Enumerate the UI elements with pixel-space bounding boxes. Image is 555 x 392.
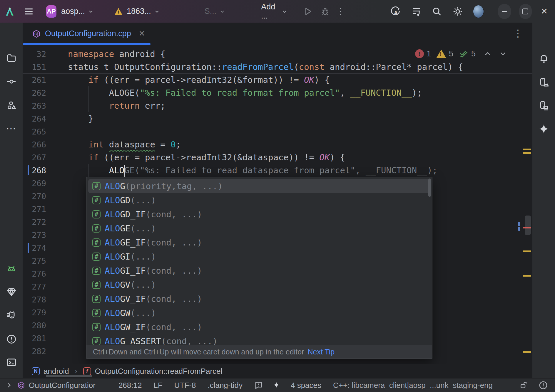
code-line[interactable]: 262 ALOGE("%s: Failed to read format fro… bbox=[23, 86, 532, 99]
warning-stripe-mark[interactable] bbox=[523, 275, 531, 277]
code-line[interactable]: 267 if ((err = parcel->readInt32(&datasp… bbox=[23, 151, 532, 164]
status-caret-position[interactable]: 268:12 bbox=[118, 381, 142, 390]
project-badge[interactable]: AP bbox=[46, 5, 56, 18]
line-number: 32 bbox=[23, 50, 46, 59]
status-analyzer[interactable]: .clang-tidy bbox=[208, 381, 243, 390]
error-stripe-mark[interactable] bbox=[523, 227, 531, 228]
tab-outputconfiguration-cpp[interactable]: C OutputConfiguration.cpp ✕ bbox=[23, 23, 153, 45]
project-name[interactable]: aosp... bbox=[61, 7, 85, 16]
app-quality-insights-tool-icon[interactable] bbox=[4, 284, 19, 300]
completion-item[interactable]: #ALOG(priority,tag, ...) bbox=[88, 179, 430, 193]
breadcrumb-function[interactable]: OutputConfiguration::readFromParcel bbox=[95, 367, 223, 376]
code-line[interactable]: 261 if ((err = parcel->readInt32(&format… bbox=[23, 73, 532, 86]
line-number: 266 bbox=[23, 140, 46, 149]
completion-item[interactable]: #ALOGW_IF(cond, ...) bbox=[88, 320, 430, 334]
task-list-icon[interactable] bbox=[411, 6, 422, 17]
more-actions-icon[interactable]: ⋮ bbox=[335, 5, 346, 18]
completion-item[interactable]: #ALOGE(...) bbox=[88, 221, 430, 235]
status-line-ending[interactable]: LF bbox=[153, 381, 162, 390]
warning-stripe-mark[interactable] bbox=[523, 351, 531, 353]
android-studio-logo-icon bbox=[4, 5, 15, 18]
completion-list: #ALOG(priority,tag, ...)#ALOGD(...)#ALOG… bbox=[86, 177, 432, 345]
search-icon[interactable] bbox=[432, 6, 442, 16]
completion-item[interactable]: #ALOG_ASSERT(cond, ...) bbox=[88, 334, 430, 345]
settings-gear-icon[interactable] bbox=[452, 6, 463, 17]
code-line[interactable]: 268 ALOGE("%s: Failed to read dataspace … bbox=[23, 164, 532, 177]
completion-item[interactable]: #ALOGW(...) bbox=[88, 306, 430, 320]
line-number: 274 bbox=[23, 243, 46, 253]
line-number: 279 bbox=[23, 308, 46, 317]
completion-item[interactable]: #ALOGV(...) bbox=[88, 278, 430, 292]
user-avatar[interactable] bbox=[473, 5, 484, 18]
run-configuration-selector[interactable]: Add ... bbox=[261, 2, 288, 21]
completion-item[interactable]: #ALOGI(...) bbox=[88, 250, 430, 264]
warning-stripe-mark[interactable] bbox=[523, 250, 531, 252]
run-button[interactable] bbox=[302, 5, 313, 18]
window-close-button[interactable]: ✕ bbox=[539, 5, 550, 18]
main-menu-hamburger-icon[interactable] bbox=[24, 5, 34, 18]
tab-close-icon[interactable]: ✕ bbox=[139, 29, 145, 38]
completion-item[interactable]: #ALOGV_IF(cond, ...) bbox=[88, 292, 430, 306]
next-problem-icon[interactable] bbox=[499, 49, 507, 58]
sparkle-ai-icon[interactable] bbox=[272, 381, 281, 390]
commit-tool-icon[interactable] bbox=[4, 74, 19, 89]
problems-tool-icon[interactable] bbox=[4, 332, 19, 347]
editor-scrollbar-thumb[interactable] bbox=[525, 216, 531, 235]
inspection-bubble-icon[interactable] bbox=[254, 381, 263, 390]
status-build-target[interactable]: C++: libcamera_client|aosp_...unk_stagin… bbox=[333, 381, 493, 390]
code-text: namespace android { bbox=[68, 49, 166, 59]
status-encoding[interactable]: UTF-8 bbox=[174, 381, 196, 390]
change-stripe-mark[interactable] bbox=[518, 222, 520, 226]
vcs-branch-widget[interactable]: ! 1863... bbox=[114, 7, 161, 16]
android-studio-window: AP aosp... ! 1863... S... Add ... bbox=[0, 0, 555, 392]
warning-stripe-mark[interactable] bbox=[523, 152, 531, 154]
popup-scrollbar-thumb[interactable] bbox=[428, 179, 431, 197]
code-completion-popup: #ALOG(priority,tag, ...)#ALOGD(...)#ALOG… bbox=[86, 177, 432, 359]
completion-item[interactable]: #ALOGI_IF(cond, ...) bbox=[88, 264, 430, 278]
macro-icon: # bbox=[92, 281, 101, 289]
completion-item[interactable]: #ALOGD(...) bbox=[88, 193, 430, 207]
title-bar: AP aosp... ! 1863... S... Add ... bbox=[0, 0, 555, 23]
prev-problem-icon[interactable] bbox=[483, 49, 492, 58]
breadcrumb-namespace[interactable]: android bbox=[44, 367, 69, 376]
window-minimize-button[interactable] bbox=[498, 4, 511, 19]
horizontal-scrollbar-thumb[interactable] bbox=[46, 375, 92, 377]
code-line[interactable]: 266 int dataspace = 0; bbox=[23, 138, 532, 151]
unlock-icon[interactable] bbox=[519, 381, 528, 390]
breadcrumb: N android › f OutputConfiguration::readF… bbox=[23, 364, 532, 378]
completion-text: ALOG(priority,tag, ...) bbox=[105, 181, 223, 191]
code-line[interactable]: 151status_t OutputConfiguration::readFro… bbox=[23, 60, 532, 74]
project-tool-icon[interactable] bbox=[4, 51, 19, 66]
logcat-tool-icon[interactable] bbox=[4, 261, 19, 276]
inspections-widget[interactable]: ! 1 5 5 bbox=[415, 49, 507, 59]
device-selector[interactable]: S... bbox=[205, 7, 226, 16]
expand-chevron-icon[interactable] bbox=[5, 381, 13, 389]
next-tip-link[interactable]: Next Tip bbox=[307, 348, 335, 356]
debug-button[interactable] bbox=[320, 5, 330, 18]
warning-stripe-mark[interactable] bbox=[523, 149, 531, 150]
completion-item[interactable]: #ALOGD_IF(cond, ...) bbox=[88, 207, 430, 221]
code-line[interactable]: 264 } bbox=[23, 112, 532, 125]
tab-options-icon[interactable]: ⋮ bbox=[513, 27, 523, 40]
status-indent[interactable]: 4 spaces bbox=[291, 381, 321, 390]
more-tool-windows-icon[interactable]: ⋯ bbox=[4, 121, 19, 136]
notifications-bell-icon[interactable] bbox=[536, 51, 551, 66]
gemini-tool-icon[interactable] bbox=[536, 121, 551, 137]
structure-tool-icon[interactable] bbox=[4, 98, 19, 113]
code-line[interactable]: 263 return err; bbox=[23, 99, 532, 112]
completion-item[interactable]: #ALOGE_IF(cond, ...) bbox=[88, 235, 430, 250]
status-file-name[interactable]: OutputConfiguratior bbox=[29, 381, 96, 390]
running-devices-tool-icon[interactable] bbox=[536, 98, 551, 113]
device-manager-tool-icon[interactable] bbox=[536, 75, 551, 90]
indent-guide bbox=[88, 164, 89, 177]
completion-text: ALOGE_IF(cond, ...) bbox=[105, 238, 202, 248]
macro-icon: # bbox=[92, 224, 101, 233]
line-number: 281 bbox=[23, 334, 46, 343]
window-maximize-button[interactable] bbox=[519, 4, 532, 19]
profiler-tool-icon[interactable] bbox=[4, 308, 19, 323]
ai-translate-button[interactable]: A bbox=[390, 6, 401, 17]
terminal-tool-icon[interactable] bbox=[4, 355, 19, 370]
change-stripe-mark[interactable] bbox=[518, 227, 520, 231]
error-indicator-icon[interactable] bbox=[539, 381, 548, 390]
code-line[interactable]: 265 bbox=[23, 125, 532, 138]
